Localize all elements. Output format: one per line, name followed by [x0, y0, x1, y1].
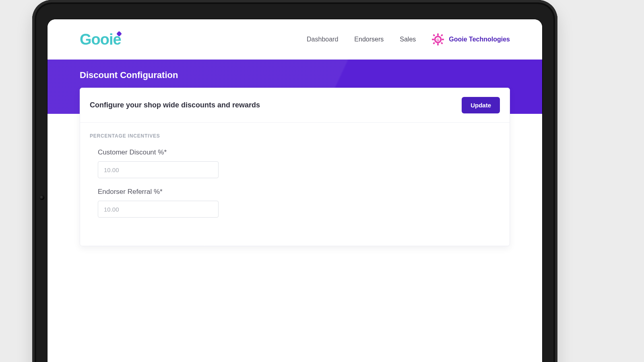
svg-rect-5	[433, 34, 435, 37]
field-endorser-referral: Endorser Referral %*	[98, 188, 219, 218]
page-content: Configure your shop wide discounts and r…	[47, 114, 542, 362]
card-heading: Configure your shop wide discounts and r…	[90, 101, 260, 109]
customer-discount-input[interactable]	[98, 161, 219, 178]
app-root: Gooie Dashboard Endorsers Sales	[47, 19, 542, 362]
tablet-frame: Gooie Dashboard Endorsers Sales	[32, 0, 557, 362]
svg-rect-7	[441, 34, 443, 37]
svg-rect-3	[432, 39, 434, 40]
endorser-referral-input[interactable]	[98, 201, 219, 218]
endorser-referral-label: Endorser Referral %*	[98, 188, 219, 196]
brand-logo-text: Gooie	[80, 31, 121, 48]
card-header: Configure your shop wide discounts and r…	[80, 88, 510, 123]
svg-rect-8	[433, 42, 435, 44]
brand-logo[interactable]: Gooie	[80, 31, 125, 48]
field-customer-discount: Customer Discount %*	[98, 148, 219, 178]
svg-rect-2	[437, 43, 439, 45]
svg-text:G: G	[437, 38, 440, 42]
device-camera	[39, 195, 44, 200]
card-body: PERCENTAGE INCENTIVES Customer Discount …	[80, 123, 510, 246]
svg-rect-4	[442, 39, 444, 40]
top-nav: Gooie Dashboard Endorsers Sales	[47, 19, 542, 60]
account-label: Gooie Technologies	[449, 36, 510, 43]
primary-nav: Dashboard Endorsers Sales	[307, 33, 510, 45]
device-screen: Gooie Dashboard Endorsers Sales	[47, 19, 542, 362]
section-label: PERCENTAGE INCENTIVES	[90, 133, 500, 139]
account-gear-icon: G	[432, 33, 444, 45]
svg-rect-6	[441, 42, 443, 44]
update-button[interactable]: Update	[462, 97, 500, 113]
discount-config-card: Configure your shop wide discounts and r…	[80, 88, 510, 246]
page-title: Discount Configuration	[80, 70, 510, 80]
customer-discount-label: Customer Discount %*	[98, 148, 219, 156]
account-menu[interactable]: G Gooie Technologies	[432, 33, 510, 45]
svg-rect-1	[437, 33, 439, 36]
nav-link-dashboard[interactable]: Dashboard	[307, 36, 338, 43]
nav-link-sales[interactable]: Sales	[400, 36, 416, 43]
nav-link-endorsers[interactable]: Endorsers	[354, 36, 384, 43]
